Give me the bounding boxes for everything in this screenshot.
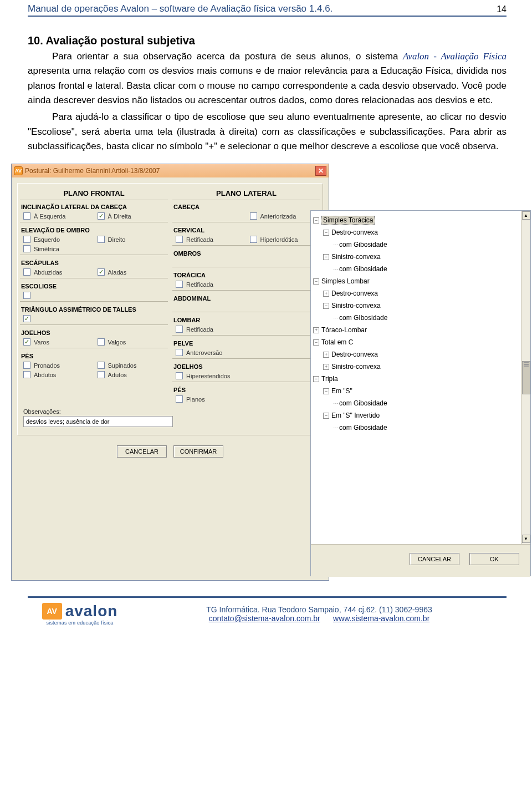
tree-total-c[interactable]: Total em C	[321, 338, 353, 346]
ck-aladas[interactable]: Aladas	[94, 267, 168, 277]
lbl-abdutos: Abdutos	[34, 372, 56, 378]
tree-gibosidade-3[interactable]: com GIbosidade	[339, 314, 387, 322]
ck-direita[interactable]: À Direita	[94, 211, 168, 221]
cancel-button[interactable]: CANCELAR	[117, 445, 167, 458]
ck-varos[interactable]: Varos	[20, 337, 94, 347]
grp-cabeca: CABEÇA	[172, 200, 320, 211]
lbl-simetrica: Simétrica	[34, 246, 59, 252]
logo: AV avalon sistemas em educação física	[28, 602, 132, 626]
grp-escoliose: ESCOLIOSE	[20, 280, 168, 291]
tree-simples-lombar[interactable]: Simples Lombar	[321, 277, 370, 285]
tree-gibosidade-4[interactable]: com Gibosidade	[339, 399, 387, 407]
scrollbar[interactable]: ▲ ▼	[521, 211, 530, 544]
tree-gibosidade-1[interactable]: com Gibosidade	[339, 241, 387, 248]
scroll-thumb[interactable]	[522, 361, 530, 394]
expand-icon[interactable]	[313, 327, 319, 333]
ck-hiperest[interactable]: Hiperestendidos	[172, 371, 320, 380]
expand-icon[interactable]	[313, 217, 319, 224]
grp-lombar: LOMBAR	[172, 313, 320, 324]
lbl-supinados: Supinados	[108, 362, 137, 369]
ck-abduzidas[interactable]: Abduzidas	[20, 267, 94, 277]
postural-window: AV Postural: Guilherme Giannini Artioli-…	[11, 164, 329, 581]
scoliosis-tree-window: Simples Torácica Destro-convexa ⋯com Gib…	[310, 210, 531, 576]
tree-cancel-button[interactable]: CANCELAR	[410, 553, 459, 565]
lbl-direita: À Direita	[108, 213, 131, 220]
expand-icon[interactable]	[313, 278, 319, 285]
ck-talles[interactable]	[20, 314, 168, 323]
expand-icon[interactable]	[323, 364, 329, 370]
lbl-valgos: Valgos	[108, 339, 126, 346]
tree-gibosidade-2[interactable]: com Gibosidade	[339, 265, 387, 273]
tree-em-s-inv[interactable]: Em "S" Invertido	[331, 412, 380, 419]
ck-escoliose[interactable]	[20, 291, 168, 300]
ck-direito[interactable]: Direito	[94, 235, 168, 244]
scroll-up-icon[interactable]: ▲	[522, 211, 530, 220]
scroll-down-icon[interactable]: ▼	[522, 535, 530, 543]
ck-simetrica[interactable]: Simétrica	[20, 244, 168, 253]
tree-dots-icon: ⋯	[333, 266, 338, 272]
grp-elevacao: ELEVAÇÃO DE OMBRO	[20, 224, 168, 235]
ck-hiperlord[interactable]: Hiperlordótica	[247, 235, 321, 244]
expand-icon[interactable]	[323, 291, 329, 297]
tree-sinistro-convexa-1[interactable]: Sinistro-convexa	[331, 253, 381, 261]
tree-sinistro-convexa-2[interactable]: Sinistro-convexa	[331, 302, 381, 309]
obs-label: Observações:	[23, 408, 318, 415]
ck-planos[interactable]: Planos	[172, 394, 320, 404]
lbl-aladas: Aladas	[108, 269, 127, 276]
paragraph-1-b: apresenta uma relação com os desvios mai…	[28, 65, 507, 105]
paragraph-2: Para ajudá-lo a classificar o tipo de es…	[28, 110, 507, 154]
ck-esquerda[interactable]: À Esquerda	[20, 211, 94, 221]
grp-pes-f: PÉS	[20, 349, 168, 361]
tree-sinistro-convexa-3[interactable]: Sinistro-convexa	[331, 363, 381, 370]
tree-destro-convexa-1[interactable]: Destro-convexa	[331, 229, 378, 236]
expand-icon[interactable]	[313, 339, 319, 346]
tree-destro-convexa-3[interactable]: Destro-convexa	[331, 351, 378, 358]
tree-destro-convexa-2[interactable]: Destro-convexa	[331, 290, 378, 297]
ck-valgos[interactable]: Valgos	[94, 337, 168, 347]
confirm-button[interactable]: CONFIRMAR	[173, 445, 223, 458]
expand-icon[interactable]	[323, 352, 329, 358]
grp-inclinacao: INCLINAÇÃO LATERAL DA CABEÇA	[20, 200, 168, 211]
expand-icon[interactable]	[323, 303, 329, 309]
ck-adutos[interactable]: Adutos	[94, 370, 168, 379]
grp-joelhos-l: JOELHOS	[172, 360, 320, 371]
grp-pes-l: PÉS	[172, 383, 320, 394]
expand-icon[interactable]	[323, 413, 329, 419]
tree-em-s[interactable]: Em "S"	[331, 387, 352, 395]
tree-toraco-lombar[interactable]: Tóraco-Lombar	[321, 326, 367, 334]
tree-simples-toracica[interactable]: Simples Torácica	[321, 216, 375, 225]
tree-ok-button[interactable]: OK	[469, 553, 519, 565]
close-icon[interactable]: ✕	[315, 166, 326, 176]
lbl-direito: Direito	[108, 236, 126, 243]
lbl-hiperest: Hiperestendidos	[186, 373, 231, 379]
expand-icon[interactable]	[323, 230, 329, 236]
lbl-esquerda: À Esquerda	[34, 213, 65, 220]
ck-anteriorizada[interactable]: Anteriorizada	[247, 211, 321, 221]
expand-icon[interactable]	[313, 376, 319, 382]
ck-esquerdo[interactable]: Esquerdo	[20, 235, 94, 244]
tree-dots-icon: ⋯	[333, 425, 338, 431]
footer-site[interactable]: www.sistema-avalon.com.br	[333, 614, 429, 623]
expand-icon[interactable]	[323, 254, 329, 260]
lbl-pronados: Pronados	[34, 362, 60, 369]
ck-pronados[interactable]: Pronados	[20, 361, 94, 370]
ck-supinados[interactable]: Supinados	[94, 361, 168, 370]
tree-tripla[interactable]: Tripla	[321, 375, 338, 383]
ck-abdutos[interactable]: Abdutos	[20, 370, 94, 379]
lbl-anteriorizada: Anteriorizada	[260, 213, 296, 220]
doc-title: Manual de operações Avalon – software de…	[28, 3, 332, 14]
lbl-esquerdo: Esquerdo	[34, 236, 60, 243]
expand-icon[interactable]	[323, 388, 329, 394]
ck-anteroversao[interactable]: Anteroversão	[172, 348, 320, 357]
obs-input[interactable]	[23, 416, 173, 427]
footer-mail[interactable]: contato@sistema-avalon.com.br	[209, 614, 320, 623]
titlebar[interactable]: AV Postural: Guilherme Giannini Artioli-…	[12, 164, 329, 177]
ck-tor-ret[interactable]: Retificada	[172, 280, 320, 289]
ck-lom-ret[interactable]: Retificada	[172, 324, 320, 334]
tree-gibosidade-5[interactable]: com Gibosidade	[339, 424, 387, 432]
ck-cerv-ret[interactable]: Retificada	[172, 235, 247, 244]
logo-word: avalon	[65, 602, 118, 620]
tree[interactable]: Simples Torácica Destro-convexa ⋯com Gib…	[311, 211, 530, 437]
section-title: 10. Avaliação postural subjetiva	[28, 34, 507, 47]
tree-dots-icon: ⋯	[333, 242, 338, 248]
